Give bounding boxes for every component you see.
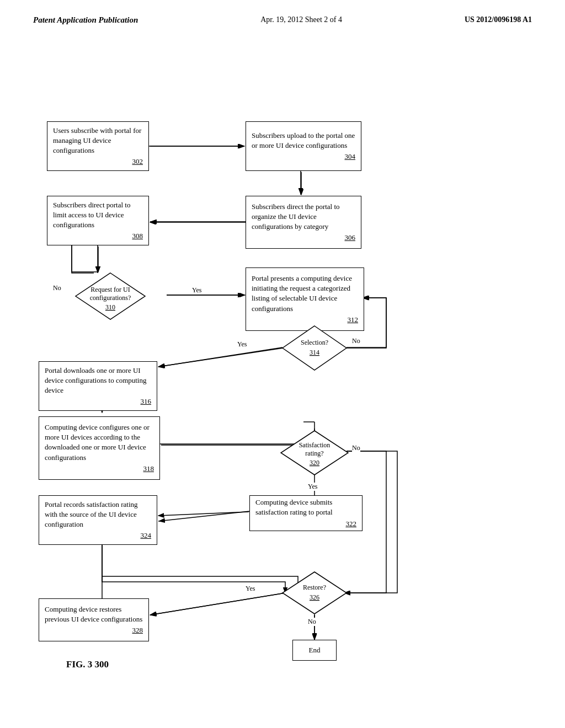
box-322-ref: 322 [346,519,357,529]
diamond-326: Restore? 326 [281,571,348,615]
box-316-text: Portal downloads one or more UI device c… [45,366,151,396]
svg-text:320: 320 [310,459,319,467]
box-308: Subscribers direct portal to limit acces… [47,196,149,245]
box-316: Portal downloads one or more UI device c… [39,361,157,411]
svg-line-16 [158,511,249,521]
end-box: End [292,640,337,661]
svg-text:Request for UI: Request for UI [90,286,130,293]
diagram-area: Users subscribe with portal for managing… [0,30,565,703]
svg-text:314: 314 [310,349,319,356]
box-308-ref: 308 [132,231,143,241]
diamond-310: Request for UI configurations? 310 [74,272,146,320]
page-header: Patent Application Publication Apr. 19, … [0,0,565,30]
diamond-314: Selection? 314 [281,325,348,371]
yes-label-310: Yes [192,286,201,295]
diamond-320: Satisfaction rating? 320 [280,430,349,476]
svg-line-31 [158,348,283,367]
header-left: Patent Application Publication [33,15,138,25]
yes-label-326: Yes [246,585,255,593]
box-322: Computing device submits satisfaction ra… [249,495,363,531]
no-label-314: No [352,337,360,345]
box-302-text: Users subscribe with portal for managing… [53,126,143,156]
no-label-326: No [308,618,316,626]
svg-line-10 [158,347,282,367]
box-302: Users subscribe with portal for managing… [47,121,149,171]
header-center: Apr. 19, 2012 Sheet 2 of 4 [260,15,342,24]
box-308-text: Subscribers direct portal to limit acces… [53,200,143,231]
no-label-310: No [53,284,61,292]
svg-text:310: 310 [105,303,115,311]
end-label: End [309,646,321,655]
fig-label-text: FIG. 3 300 [66,659,109,670]
box-304-ref: 304 [345,152,356,162]
box-312: Portal presents a computing device initi… [246,267,364,331]
box-318-text: Computing device configures one or more … [45,422,154,463]
box-324-ref: 324 [141,531,152,540]
box-306: Subscribers direct the portal to organiz… [246,196,361,249]
svg-text:326: 326 [310,593,319,601]
box-306-ref: 306 [345,233,356,243]
box-316-ref: 316 [141,397,152,406]
svg-text:Restore?: Restore? [303,584,326,591]
yes-label-314: Yes [237,340,247,349]
box-302-ref: 302 [132,157,143,167]
yes-label-320: Yes [308,483,317,491]
fig-label: FIG. 3 300 [66,659,109,670]
box-318-ref: 318 [143,464,154,474]
svg-line-19 [150,593,285,615]
header-right: US 2012/0096198 A1 [465,15,532,24]
box-322-text: Computing device submits satisfaction ra… [255,497,356,517]
no-label-320: No [352,444,360,452]
svg-text:Selection?: Selection? [301,339,328,346]
svg-marker-49 [282,572,347,614]
svg-text:rating?: rating? [305,449,323,457]
box-306-text: Subscribers direct the portal to organiz… [252,202,355,232]
box-318: Computing device configures one or more … [39,416,160,480]
svg-line-36 [150,593,285,615]
box-328-text: Computing device restores previous UI de… [45,604,143,624]
box-324-text: Portal records satisfaction rating with … [45,500,151,530]
box-328: Computing device restores previous UI de… [39,598,149,641]
box-328-ref: 328 [132,625,143,635]
box-324: Portal records satisfaction rating with … [39,495,157,545]
svg-marker-42 [282,326,347,370]
box-312-ref: 312 [348,315,359,325]
svg-text:configurations?: configurations? [90,294,131,302]
svg-line-35 [158,512,249,516]
box-312-text: Portal presents a computing device initi… [252,274,358,314]
box-304-text: Subscribers upload to the portal one or … [252,131,355,151]
svg-text:Satisfaction: Satisfaction [299,441,331,449]
box-304: Subscribers upload to the portal one or … [246,121,361,171]
